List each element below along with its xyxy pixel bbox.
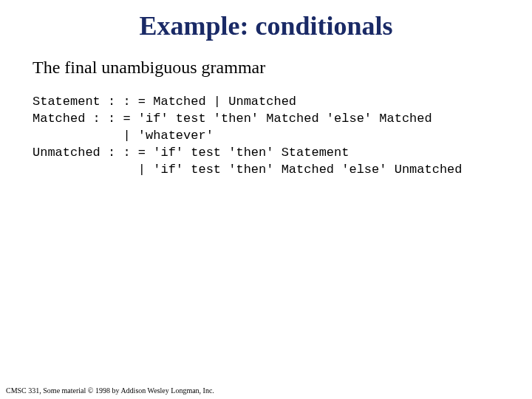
grammar-code: Statement : : = Matched | Unmatched Matc… — [33, 94, 532, 179]
slide: Example: conditionals The final unambigu… — [0, 0, 532, 399]
slide-footer: CMSC 331, Some material © 1998 by Addiso… — [6, 386, 214, 395]
slide-title: Example: conditionals — [0, 0, 532, 41]
slide-subtitle: The final unambiguous grammar — [33, 58, 532, 78]
